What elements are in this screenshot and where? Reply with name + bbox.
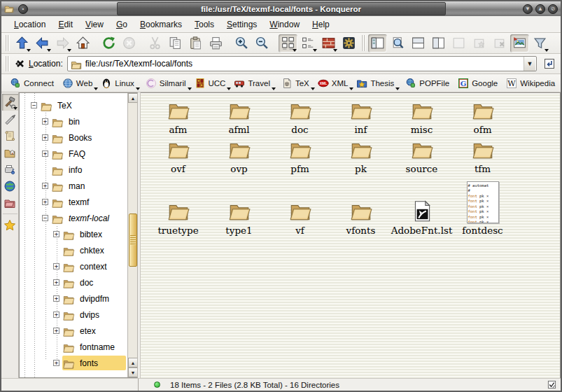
dropdown-arrow-icon[interactable] [27,49,31,52]
menu-tools[interactable]: Tools [189,18,220,31]
tree-expander-plus-icon[interactable]: + [42,118,48,125]
dropdown-arrow-icon[interactable] [545,49,549,52]
tree-expander-plus-icon[interactable]: + [42,150,48,157]
up-arrow-button[interactable] [13,34,31,52]
tab-close-button[interactable] [490,34,509,52]
file-item-adobefnt.lst[interactable]: AdobeFnt.lst [391,176,452,237]
folder-item-tfm[interactable]: tfm [452,136,513,176]
bookmark-google[interactable]: GGoogle [455,76,503,90]
sidebar-tab-root-folder[interactable] [2,195,18,211]
bricks-button[interactable] [319,34,338,52]
tree-expander-plus-icon[interactable]: + [53,360,59,366]
tree-expander-plus-icon[interactable]: + [53,312,59,318]
bookmark-web[interactable]: Web [59,76,98,90]
sidebar-tab-home-folder[interactable] [2,144,18,161]
window-menu-button[interactable]: • [18,4,28,14]
tree-item-info[interactable]: info [20,162,127,178]
split-vertical-button[interactable] [429,34,448,52]
tree-item-dvipdfm[interactable]: + dvipdfm [20,290,127,307]
tree-item-context[interactable]: + context [20,258,127,274]
tree-item-chktex[interactable]: chktex [20,242,127,258]
tab-new-button[interactable] [470,34,489,52]
dropdown-arrow-icon[interactable] [333,49,337,52]
filter-button[interactable] [531,34,549,52]
bookmark-tex[interactable]: TeX [279,76,315,90]
folder-item-ovf[interactable]: ovf [148,136,209,176]
bookmark-ucc[interactable]: UCC [192,76,232,90]
folder-item-vfonts[interactable]: vfonts [330,176,391,237]
copy-button[interactable] [166,34,185,52]
bookmark-linux[interactable]: Linux [98,76,140,90]
sidebar-tab-history-scroll[interactable] [2,127,18,144]
menu-view[interactable]: View [80,18,109,31]
tree-expander-plus-icon[interactable]: + [42,199,48,205]
go-button[interactable] [541,55,558,72]
sidebar-panel-button[interactable] [368,34,387,52]
menu-go[interactable]: Go [111,18,133,31]
tree-item-etex[interactable]: + etex [20,323,127,339]
sidebar-tab-pen[interactable] [2,111,18,127]
scroll-up-button-2[interactable]: ▲ [128,358,138,368]
folder-item-pk[interactable]: pk [330,136,391,176]
close-button[interactable]: ⊘ [548,4,558,14]
sidebar-tab-bookmarks-star[interactable] [2,217,18,234]
paste-button[interactable] [186,34,205,52]
clear-location-icon[interactable] [15,58,26,69]
folder-item-doc[interactable]: doc [269,96,330,136]
tree-item-dvips[interactable]: + dvips [20,307,127,323]
tree-item-doc[interactable]: + doc [20,274,127,290]
dropdown-arrow-icon[interactable] [272,88,276,90]
sidebar-tab-services[interactable] [2,161,18,178]
menu-location[interactable]: Location [8,18,51,31]
stop-button[interactable] [120,34,139,52]
detail-view-button[interactable] [299,34,318,52]
home-button[interactable] [73,34,92,52]
folder-item-truetype[interactable]: truetype [148,176,209,237]
folder-item-inf[interactable]: inf [330,96,391,136]
folder-item-afml[interactable]: afml [209,96,269,136]
bookmark-popfile[interactable]: POPFile [402,76,455,90]
toolbar-drag-handle[interactable] [5,35,10,51]
zoom-in-button[interactable] [232,34,251,52]
tree-expander-plus-icon[interactable]: + [53,328,59,334]
folder-item-type1[interactable]: type1 [209,176,269,237]
tree-expander-plus-icon[interactable]: + [53,279,59,286]
bookmark-travel[interactable]: Travel [231,76,276,90]
bookmark-wikipedia[interactable]: WWikipedia [503,76,561,90]
tree-expander-minus-icon[interactable]: − [31,102,37,108]
tree-item-faq[interactable]: + FAQ [20,146,127,162]
maximize-button[interactable]: ▲ [535,4,545,14]
checkmark-page-icon[interactable] [547,380,556,389]
dropdown-arrow-icon[interactable] [293,49,297,52]
folder-item-vf[interactable]: vf [269,176,330,237]
folder-item-afm[interactable]: afm [148,96,209,136]
tree-item-fontname[interactable]: fontname [20,339,127,355]
tree-scrollbar[interactable]: ▲ ▲ ▼ [127,93,137,377]
zoom-out-button[interactable] [253,34,272,52]
menu-bookmarks[interactable]: Bookmarks [134,18,188,31]
dropdown-arrow-icon[interactable] [67,49,71,52]
tree-item-bin[interactable]: + bin [20,113,127,130]
location-toolbar-handle[interactable] [5,56,10,71]
bookmark-thesis[interactable]: Thesis [353,76,400,90]
bookmark-silmaril[interactable]: Silmaril [143,76,192,90]
menu-help[interactable]: Help [307,18,335,31]
folder-item-pfm[interactable]: pfm [269,136,330,176]
split-horizontal-button[interactable] [409,34,428,52]
folder-item-misc[interactable]: misc [391,96,452,136]
back-arrow-button[interactable] [33,34,52,52]
icon-view-button[interactable] [279,34,297,52]
close-view-button[interactable] [449,34,468,52]
scrollbar-thumb[interactable] [129,214,137,267]
bookmark-xml[interactable]: XMLXML [315,76,354,90]
minimize-button[interactable]: ▼ [523,4,533,14]
tree-item-man[interactable]: + man [20,178,127,194]
thumbnails-button[interactable] [510,34,529,52]
folder-item-source[interactable]: source [391,136,452,176]
tree-expander-minus-icon[interactable]: − [42,215,48,221]
dropdown-arrow-icon[interactable] [136,88,140,90]
tree-item-books[interactable]: + Books [20,130,127,146]
sidebar-tab-config-tools[interactable] [2,94,18,111]
forward-arrow-button[interactable] [53,34,72,52]
folder-item-ovp[interactable]: ovp [209,136,269,176]
